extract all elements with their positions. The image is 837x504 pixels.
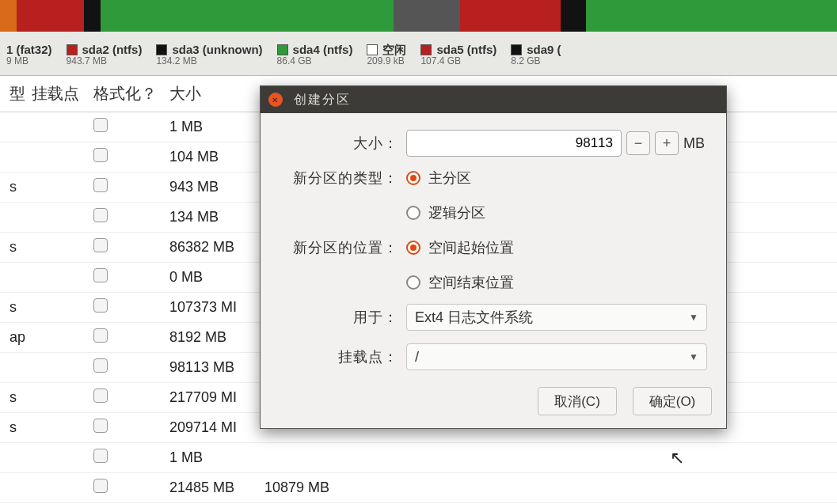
legend-item[interactable]: 1 (fat32)9 MB xyxy=(6,44,52,66)
table-row[interactable]: 21485 MB10879 MB xyxy=(0,473,837,503)
size-increment-button[interactable]: + xyxy=(655,131,679,155)
legend-swatch-icon xyxy=(511,44,522,55)
th-type: 型 xyxy=(5,83,27,104)
size-decrement-button[interactable]: − xyxy=(626,131,650,155)
legend-swatch-icon xyxy=(420,44,432,55)
legend-swatch-icon xyxy=(367,44,378,55)
dialog-title: 创建分区 xyxy=(294,92,351,108)
format-checkbox[interactable] xyxy=(93,208,108,222)
legend-item[interactable]: sda4 (ntfs)86.4 GB xyxy=(277,44,353,66)
cell-size: 21485 MB xyxy=(165,479,260,496)
filesystem-combo[interactable]: Ext4 日志文件系统 ▼ xyxy=(406,304,707,331)
legend-item[interactable]: sda3 (unknown)134.2 MB xyxy=(156,44,262,66)
legend-swatch-icon xyxy=(67,44,78,55)
cell-format xyxy=(89,208,165,226)
dialog-titlebar[interactable]: ✕ 创建分区 xyxy=(261,86,726,113)
radio-dot-icon xyxy=(406,171,420,185)
th-fmt: 格式化？ xyxy=(89,83,165,104)
cell-size: 217709 MI xyxy=(165,389,260,406)
legend-name: sda4 (ntfs) xyxy=(293,44,353,56)
size-unit: MB xyxy=(683,135,707,152)
cell-format xyxy=(89,419,165,437)
format-checkbox[interactable] xyxy=(93,268,108,282)
size-input[interactable] xyxy=(406,130,622,157)
cancel-button[interactable]: 取消(C) xyxy=(538,387,617,415)
cell-size: 209714 MI xyxy=(165,419,260,436)
format-checkbox[interactable] xyxy=(93,419,108,433)
format-checkbox[interactable] xyxy=(93,298,108,313)
legend-name: 空闲 xyxy=(382,44,406,56)
format-checkbox[interactable] xyxy=(93,148,108,162)
legend-item[interactable]: sda2 (ntfs)943.7 MB xyxy=(67,44,143,66)
radio-dot-icon xyxy=(406,275,420,290)
radio-logical[interactable]: 逻辑分区 xyxy=(406,203,485,222)
close-icon[interactable]: ✕ xyxy=(268,93,283,107)
usage-seg xyxy=(84,0,101,32)
legend-sub: 134.2 MB xyxy=(156,56,262,66)
legend-name: 1 (fat32) xyxy=(6,44,52,56)
th-mount: 挂载点 xyxy=(27,83,89,104)
legend-sub: 86.4 GB xyxy=(277,56,353,66)
disk-usage-bar xyxy=(0,0,837,32)
location-label: 新分区的位置： xyxy=(280,238,406,257)
usage-seg xyxy=(460,0,561,32)
legend-swatch-icon xyxy=(156,44,167,55)
format-checkbox[interactable] xyxy=(93,479,108,493)
cell-format xyxy=(89,479,165,497)
legend-sub: 9 MB xyxy=(6,56,52,66)
cell-type: s xyxy=(5,419,27,436)
usage-seg xyxy=(394,0,461,32)
radio-loc-end[interactable]: 空间结束位置 xyxy=(406,273,514,292)
legend-sub: 943.7 MB xyxy=(67,56,143,66)
format-checkbox[interactable] xyxy=(93,388,108,403)
mount-label: 挂载点： xyxy=(280,347,406,366)
ok-button[interactable]: 确定(O) xyxy=(633,387,712,415)
radio-primary[interactable]: 主分区 xyxy=(406,169,471,188)
cell-size: 86382 MB xyxy=(165,239,260,256)
legend-name: sda9 ( xyxy=(527,44,561,56)
filesystem-combo-value: Ext4 日志文件系统 xyxy=(415,308,533,327)
radio-loc-begin-label: 空间起始位置 xyxy=(428,238,514,257)
cell-format xyxy=(89,238,165,256)
cell-type: s xyxy=(5,239,27,256)
radio-loc-begin[interactable]: 空间起始位置 xyxy=(406,238,514,257)
cell-size: 943 MB xyxy=(165,179,260,195)
radio-loc-end-label: 空间结束位置 xyxy=(428,273,514,292)
legend-name: sda2 (ntfs) xyxy=(82,44,143,56)
cell-format xyxy=(89,268,165,286)
cell-size: 1 MB xyxy=(165,119,260,135)
cell-type: s xyxy=(5,299,27,316)
usage-seg xyxy=(561,0,586,32)
partition-legend: 1 (fat32)9 MBsda2 (ntfs)943.7 MBsda3 (un… xyxy=(0,32,837,76)
format-checkbox[interactable] xyxy=(93,118,108,132)
cell-type: s xyxy=(5,389,27,406)
cell-format xyxy=(89,358,165,377)
legend-item[interactable]: sda9 (8.2 GB xyxy=(511,44,561,66)
legend-item[interactable]: 空闲209.9 kB xyxy=(367,44,406,66)
legend-swatch-icon xyxy=(277,44,288,55)
table-row[interactable]: 1 MB xyxy=(0,443,837,473)
cell-size: 8192 MB xyxy=(165,329,260,346)
mountpoint-combo[interactable]: / ▼ xyxy=(406,343,707,370)
use-label: 用于： xyxy=(280,308,406,327)
cell-size: 104 MB xyxy=(165,149,260,165)
chevron-down-icon: ▼ xyxy=(689,312,698,323)
format-checkbox[interactable] xyxy=(93,328,108,343)
cell-size: 107373 MI xyxy=(165,299,260,316)
cell-format xyxy=(89,148,165,166)
cell-type: s xyxy=(5,179,27,195)
size-label: 大小： xyxy=(280,134,406,153)
format-checkbox[interactable] xyxy=(93,178,108,192)
format-checkbox[interactable] xyxy=(93,238,108,252)
usage-seg xyxy=(101,0,394,32)
cell-format xyxy=(89,118,165,136)
usage-seg xyxy=(586,0,837,32)
format-checkbox[interactable] xyxy=(93,358,108,373)
mountpoint-combo-value: / xyxy=(415,349,419,366)
cell-format xyxy=(89,178,165,196)
format-checkbox[interactable] xyxy=(93,449,108,463)
cell-format xyxy=(89,449,165,467)
legend-item[interactable]: sda5 (ntfs)107.4 GB xyxy=(420,44,496,66)
type-label: 新分区的类型： xyxy=(280,169,406,188)
cell-format xyxy=(89,298,165,316)
